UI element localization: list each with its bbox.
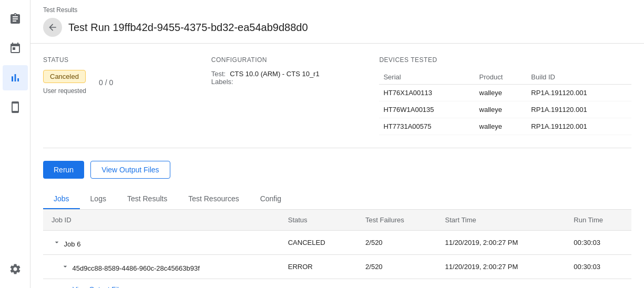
device-product: walleye <box>475 118 527 135</box>
job-start-cell: 11/20/2019, 2:00:27 PM <box>437 231 566 255</box>
child-start-cell: 11/20/2019, 2:00:27 PM <box>437 255 566 279</box>
progress-text: 0 / 0 <box>99 78 113 87</box>
devices-table: Serial Product Build ID HT76X1A00113 wal… <box>379 70 631 135</box>
devices-col-build: Build ID <box>527 70 631 85</box>
col-test-failures: Test Failures <box>357 210 437 231</box>
device-serial: HT7731A00575 <box>379 118 475 135</box>
device-build: RP1A.191120.001 <box>527 85 631 101</box>
child-runtime-cell: 00:30:03 <box>565 255 631 279</box>
device-product: walleye <box>475 85 527 101</box>
devices-section: Devices Tested Serial Product Build ID H… <box>379 56 631 135</box>
sidebar-item-calendar[interactable] <box>3 36 28 61</box>
device-serial: HT76W1A00135 <box>379 101 475 118</box>
page-title: Test Run 19ffb42d-9455-4375-bd32-ea54ab9… <box>68 22 308 34</box>
action-row: Rerun View Output Files <box>43 161 631 179</box>
tab-logs[interactable]: Logs <box>80 189 117 209</box>
tab-jobs[interactable]: Jobs <box>43 189 80 209</box>
content-area: Status Canceled User requested 0 / 0 Con… <box>30 44 644 288</box>
job-id-cell: Job 6 <box>43 231 280 255</box>
view-output-cell: View Output Files <box>43 279 631 289</box>
config-row-0: Test: CTS 10.0 (ARM) - CTS 10_r1 <box>211 70 380 78</box>
sidebar-item-chart[interactable] <box>3 65 28 90</box>
main-area: Test Results Test Run 19ffb42d-9455-4375… <box>30 0 644 288</box>
status-badge: Canceled <box>43 70 86 83</box>
device-product: walleye <box>475 101 527 118</box>
devices-col-serial: Serial <box>379 70 475 85</box>
info-row: Status Canceled User requested 0 / 0 Con… <box>43 56 631 148</box>
expand-icon-child[interactable] <box>60 261 70 272</box>
config-label: Configuration <box>211 56 380 64</box>
tabs-bar: Jobs Logs Test Results Test Resources Co… <box>43 189 631 210</box>
config-row-1: Labels: <box>211 78 380 86</box>
config-section: Configuration Test: CTS 10.0 (ARM) - CTS… <box>211 56 380 135</box>
devices-row: HT7731A00575 walleye RP1A.191120.001 <box>379 118 631 135</box>
config-key-labels: Labels: <box>211 78 233 86</box>
devices-col-product: Product <box>475 70 527 85</box>
status-inner: Canceled User requested 0 / 0 <box>43 70 211 95</box>
job-status-cell: CANCELED <box>280 231 357 255</box>
sidebar-item-phone[interactable] <box>3 95 28 120</box>
job-failures-cell: 2/520 <box>357 231 437 255</box>
device-build: RP1A.191120.001 <box>527 118 631 135</box>
devices-row: HT76X1A00113 walleye RP1A.191120.001 <box>379 85 631 101</box>
breadcrumb: Test Results <box>43 6 631 14</box>
devices-label: Devices Tested <box>379 56 631 64</box>
table-row-output: View Output Files <box>43 279 631 289</box>
back-button[interactable] <box>43 18 62 37</box>
col-start-time: Start Time <box>437 210 566 231</box>
col-run-time: Run Time <box>565 210 631 231</box>
header: Test Results Test Run 19ffb42d-9455-4375… <box>30 0 644 44</box>
view-output-button[interactable]: View Output Files <box>90 161 170 179</box>
sidebar-item-settings[interactable] <box>3 256 28 282</box>
config-key-test: Test: <box>211 70 226 78</box>
table-row: Job 6 CANCELED 2/520 11/20/2019, 2:00:27… <box>43 231 631 255</box>
status-sub: User requested <box>43 87 86 95</box>
sidebar-item-clipboard[interactable] <box>3 6 28 32</box>
tab-config[interactable]: Config <box>250 189 292 209</box>
device-build: RP1A.191120.001 <box>527 101 631 118</box>
config-val-test: CTS 10.0 (ARM) - CTS 10_r1 <box>230 70 320 78</box>
col-status: Status <box>280 210 357 231</box>
device-serial: HT76X1A00113 <box>379 85 475 101</box>
jobs-table: Job ID Status Test Failures Start Time R… <box>43 210 631 288</box>
child-job-id-cell: 45d9cc88-8589-4486-960c-28c45663b93f <box>43 255 280 279</box>
view-output-files-link[interactable]: View Output Files <box>73 285 126 288</box>
child-failures-cell: 2/520 <box>357 255 437 279</box>
tab-test-resources[interactable]: Test Resources <box>178 189 249 209</box>
expand-icon[interactable] <box>52 237 62 248</box>
table-row: 45d9cc88-8589-4486-960c-28c45663b93f ERR… <box>43 255 631 279</box>
devices-row: HT76W1A00135 walleye RP1A.191120.001 <box>379 101 631 118</box>
job-runtime-cell: 00:30:03 <box>565 231 631 255</box>
title-row: Test Run 19ffb42d-9455-4375-bd32-ea54ab9… <box>43 18 631 37</box>
tab-test-results[interactable]: Test Results <box>117 189 178 209</box>
child-status-cell: ERROR <box>280 255 357 279</box>
col-job-id: Job ID <box>43 210 280 231</box>
status-label: Status <box>43 56 211 64</box>
rerun-button[interactable]: Rerun <box>43 161 84 179</box>
sidebar <box>0 0 30 288</box>
status-section: Status Canceled User requested 0 / 0 <box>43 56 211 135</box>
